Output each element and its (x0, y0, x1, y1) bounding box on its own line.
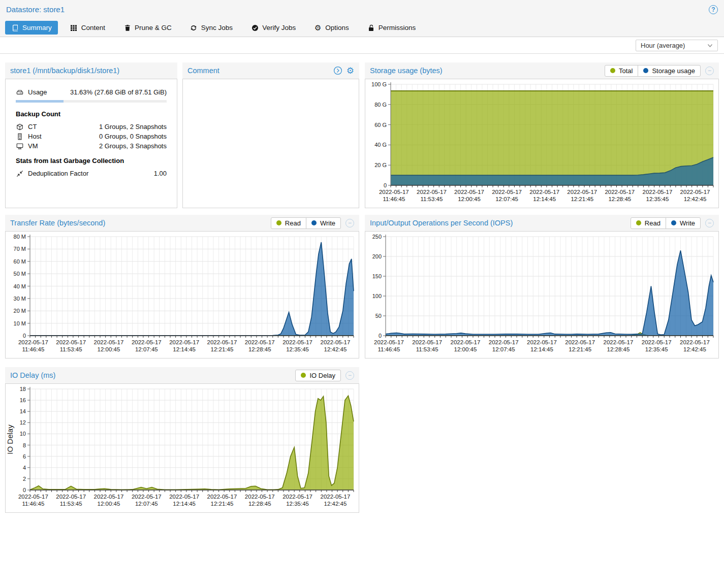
datastore-summary-panel: store1 (/mnt/backup/disk1/store1) Usage … (5, 62, 177, 208)
svg-text:0: 0 (23, 487, 26, 493)
stat-row-ct: CT1 Groups, 2 Snapshots (16, 122, 167, 132)
tab-summary[interactable]: Summary (5, 21, 58, 35)
svg-text:40 M: 40 M (14, 283, 26, 289)
legend-label: Total (619, 67, 633, 75)
legend-write[interactable]: Write (666, 217, 701, 229)
tab-label: Permissions (379, 24, 416, 31)
svg-text:12:35:45: 12:35:45 (286, 501, 309, 507)
transfer-rate-chart: 80 M70 M60 M50 M40 M30 M20 M10 M02022-05… (5, 231, 359, 358)
svg-text:2022-05-17: 2022-05-17 (642, 339, 672, 345)
tab-options[interactable]: ⚙Options (308, 21, 355, 35)
tab-verify-jobs[interactable]: Verify Jobs (245, 21, 302, 35)
tab-permissions[interactable]: Permissions (361, 21, 422, 35)
svg-text:2022-05-17: 2022-05-17 (282, 494, 312, 500)
svg-text:8: 8 (23, 442, 26, 448)
svg-text:11:46:45: 11:46:45 (383, 196, 405, 202)
svg-text:12:42:45: 12:42:45 (324, 346, 347, 352)
svg-text:12:21:45: 12:21:45 (569, 346, 591, 352)
settings-gear-icon[interactable]: ⚙ (347, 67, 354, 75)
svg-text:20 G: 20 G (374, 162, 387, 168)
usage-value: 31.63% (27.68 GiB of 87.51 GiB) (70, 87, 167, 97)
chevron-down-icon (707, 42, 713, 49)
help-icon[interactable]: ? (709, 5, 718, 14)
svg-text:2022-05-17: 2022-05-17 (412, 339, 442, 345)
legend-read[interactable]: Read (271, 217, 306, 229)
collapse-icon[interactable]: − (705, 219, 714, 227)
svg-text:100: 100 (372, 293, 382, 299)
svg-text:12:21:45: 12:21:45 (571, 196, 593, 202)
book-icon (11, 24, 19, 31)
collapse-icon[interactable]: − (705, 67, 714, 75)
check-circle-icon (251, 24, 259, 31)
legend-dot (643, 68, 648, 73)
comment-body[interactable] (182, 79, 359, 208)
svg-text:20 M: 20 M (14, 308, 26, 314)
legend-io-delay[interactable]: IO Delay (295, 370, 341, 381)
svg-text:2022-05-17: 2022-05-17 (527, 339, 557, 345)
legend-write[interactable]: Write (306, 217, 341, 229)
svg-text:12:28:45: 12:28:45 (607, 346, 630, 352)
svg-text:12:21:45: 12:21:45 (211, 346, 234, 352)
svg-text:80 M: 80 M (14, 234, 26, 240)
svg-text:0: 0 (23, 333, 26, 339)
tab-sync-jobs[interactable]: Sync Jobs (184, 21, 239, 35)
svg-text:11:53:45: 11:53:45 (60, 501, 82, 507)
collapse-icon[interactable]: − (345, 371, 354, 380)
stat-value: 0 Groups, 0 Snapshots (99, 132, 167, 141)
datastore-summary-body: Usage 31.63% (27.68 GiB of 87.51 GiB) Ba… (5, 79, 177, 208)
sync-icon (190, 24, 198, 31)
tab-label: Sync Jobs (201, 24, 233, 31)
stat-label: VM (28, 141, 38, 151)
svg-text:2022-05-17: 2022-05-17 (529, 189, 559, 195)
legend-storage-usage[interactable]: Storage usage (638, 65, 701, 77)
tab-content[interactable]: Content (64, 21, 111, 35)
svg-text:12: 12 (20, 419, 26, 426)
svg-text:2: 2 (23, 476, 26, 482)
svg-text:2022-05-17: 2022-05-17 (374, 339, 404, 345)
svg-text:2022-05-17: 2022-05-17 (680, 189, 710, 195)
storage-usage-title: Storage usage (bytes) (370, 67, 443, 75)
svg-text:4: 4 (23, 465, 26, 471)
tab-prune-gc[interactable]: Prune & GC (117, 21, 178, 35)
svg-text:2022-05-17: 2022-05-17 (320, 339, 350, 345)
edit-comment-icon[interactable] (333, 66, 342, 75)
timeframe-value: Hour (average) (641, 42, 685, 49)
svg-text:2022-05-17: 2022-05-17 (604, 339, 634, 345)
svg-text:250: 250 (372, 234, 382, 240)
stat-label: Deduplication Factor (28, 169, 88, 178)
svg-text:2022-05-17: 2022-05-17 (94, 494, 124, 500)
svg-text:2022-05-17: 2022-05-17 (245, 339, 275, 345)
legend-read[interactable]: Read (631, 217, 666, 229)
transfer-rate-legend: ReadWrite (271, 217, 341, 229)
legend-dot (276, 220, 281, 225)
svg-text:2022-05-17: 2022-05-17 (282, 339, 312, 345)
usage-label: Usage (28, 87, 47, 97)
svg-text:12:00:45: 12:00:45 (98, 346, 120, 352)
svg-text:12:14:45: 12:14:45 (173, 346, 196, 352)
timeframe-select[interactable]: Hour (average) (636, 40, 718, 51)
io-delay-chart: 1816141210864202022-05-1711:46:452022-05… (5, 383, 359, 513)
svg-text:2022-05-17: 2022-05-17 (605, 189, 635, 195)
iops-legend: ReadWrite (631, 217, 701, 229)
iops-panel: Input/Output Operations per Second (IOPS… (365, 215, 719, 358)
tab-label: Summary (22, 24, 52, 31)
tab-label: Options (325, 24, 349, 31)
svg-text:40 G: 40 G (374, 142, 387, 148)
stat-row-vm: VM2 Groups, 3 Snapshots (16, 141, 167, 151)
svg-text:10: 10 (20, 431, 26, 437)
svg-text:11:53:45: 11:53:45 (416, 346, 438, 352)
stat-label: CT (28, 122, 37, 132)
svg-text:12:42:45: 12:42:45 (683, 346, 706, 352)
gear-icon: ⚙ (314, 24, 322, 31)
legend-total[interactable]: Total (605, 65, 638, 77)
usage-progress-fill (16, 100, 64, 103)
svg-text:12:07:45: 12:07:45 (492, 346, 515, 352)
iops-chart: 2502001501005002022-05-1711:46:452022-05… (365, 231, 719, 358)
svg-text:2022-05-17: 2022-05-17 (379, 189, 409, 195)
svg-text:12:00:45: 12:00:45 (454, 346, 477, 352)
collapse-icon[interactable]: − (345, 219, 354, 227)
svg-text:2022-05-17: 2022-05-17 (565, 339, 595, 345)
svg-text:12:00:45: 12:00:45 (98, 501, 120, 507)
stat-value: 2 Groups, 3 Snapshots (99, 141, 167, 151)
svg-text:2022-05-17: 2022-05-17 (489, 339, 519, 345)
